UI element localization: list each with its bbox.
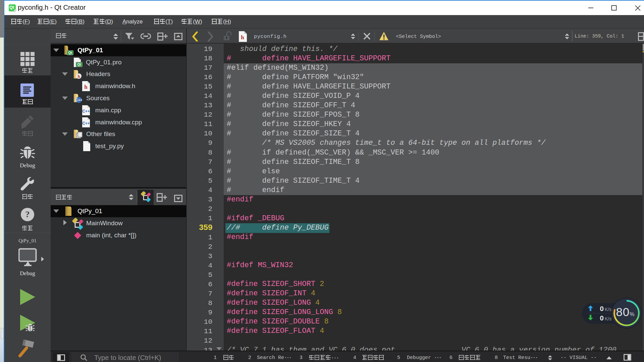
svg-text:h: h	[84, 84, 88, 90]
svg-text:C++: C++	[82, 109, 90, 114]
svg-text:Qt: Qt	[68, 51, 72, 55]
svg-text:h: h	[77, 74, 80, 79]
svg-text:?: ?	[25, 209, 30, 219]
svg-text:Qt: Qt	[77, 63, 81, 66]
svg-text:C++: C++	[82, 121, 90, 126]
svg-text:C++: C++	[75, 98, 83, 102]
svg-text:h: h	[241, 34, 244, 41]
